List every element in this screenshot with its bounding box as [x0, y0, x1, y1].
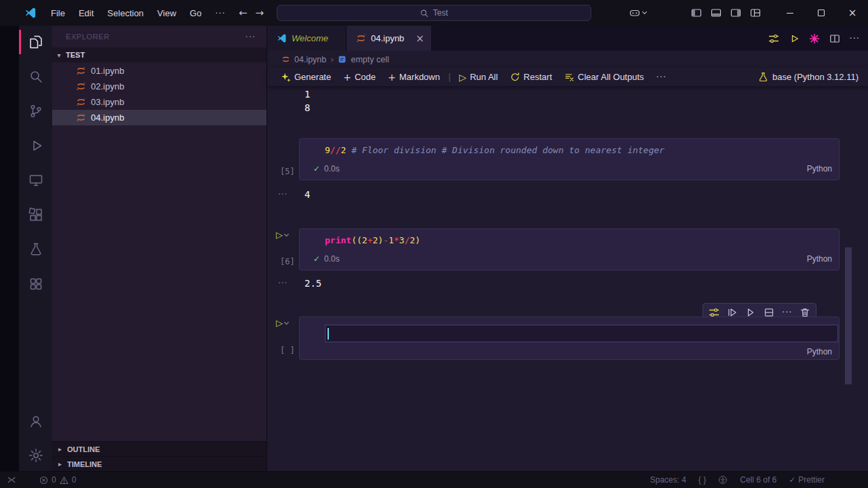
check-icon: ✓: [789, 475, 795, 485]
run-icon[interactable]: [789, 33, 800, 44]
toggle-secondary-sidebar-icon[interactable]: [730, 7, 741, 18]
output-menu-icon[interactable]: ···: [278, 188, 304, 201]
forward-button[interactable]: →: [256, 7, 264, 19]
menu-selection[interactable]: Selection: [101, 5, 149, 21]
extensions-icon: [28, 207, 44, 223]
jupyter-icon: [76, 66, 86, 76]
timeline-label: TIMELINE: [67, 460, 102, 468]
generate-button[interactable]: Generate: [274, 72, 337, 83]
jupyter-icon: [281, 55, 290, 64]
tab-label: 04.ipynb: [371, 33, 404, 43]
activitybar-testing[interactable]: [19, 239, 52, 260]
copilot-button[interactable]: [629, 7, 646, 18]
activitybar-settings[interactable]: [19, 445, 52, 466]
output-menu-icon[interactable]: ···: [278, 277, 304, 290]
activitybar-views-grid[interactable]: [19, 274, 52, 294]
success-check-icon: ✓: [313, 254, 320, 264]
menu-file[interactable]: File: [45, 5, 71, 21]
breadcrumb-file[interactable]: 04.ipynb: [294, 55, 326, 64]
generate-label: Generate: [294, 72, 331, 82]
back-button[interactable]: ←: [239, 7, 248, 19]
menu-go[interactable]: Go: [184, 5, 208, 21]
run-cell-button[interactable]: ▷: [276, 230, 288, 240]
restart-button[interactable]: Restart: [504, 72, 558, 82]
cell-position-indicator[interactable]: Cell 6 of 6: [740, 475, 776, 485]
cell-code[interactable]: 9//2 # Floor division # Division rounded…: [300, 139, 839, 159]
prettier-indicator[interactable]: ✓ Prettier: [789, 475, 825, 485]
toggle-panel-icon[interactable]: [711, 7, 722, 18]
activitybar-source-control[interactable]: [19, 101, 52, 121]
history-nav: ← →: [239, 7, 264, 19]
split-editor-icon[interactable]: [829, 33, 840, 44]
outline-pane-header[interactable]: ▸ OUTLINE: [52, 441, 267, 456]
scrolled-output: 1 8: [304, 87, 310, 115]
clear-all-outputs-button[interactable]: Clear All Outputs: [558, 72, 650, 82]
cell-code[interactable]: print((2+2)-1*3/2): [300, 229, 839, 249]
jupyter-icon: [356, 33, 366, 43]
activitybar-explorer[interactable]: [19, 32, 52, 52]
toggle-sidebar-icon[interactable]: [691, 7, 702, 18]
file-item-01[interactable]: 01.ipynb: [52, 63, 267, 79]
add-code-cell-button[interactable]: + Code: [337, 72, 382, 83]
run-cell-button[interactable]: ▷: [276, 318, 288, 328]
close-button[interactable]: ×: [837, 0, 868, 26]
tab-04-ipynb[interactable]: 04.ipynb ×: [347, 26, 432, 51]
activitybar-account[interactable]: [19, 411, 52, 431]
remote-indicator[interactable]: [0, 475, 16, 485]
editor-group: Welcome 04.ipynb × ··· 04.ipynb: [267, 26, 868, 471]
empty-code-cell[interactable]: Python: [299, 317, 840, 360]
file-item-04-selected[interactable]: 04.ipynb: [52, 110, 267, 125]
outline-label: OUTLINE: [67, 445, 100, 453]
activitybar-run-debug[interactable]: [19, 136, 52, 156]
notebook-settings-icon[interactable]: [768, 33, 779, 44]
menu-bar: File Edit Selection View Go ···: [45, 5, 232, 21]
toolbar-more-icon[interactable]: ···: [650, 72, 673, 82]
tab-close-icon[interactable]: ×: [416, 33, 425, 45]
file-item-02[interactable]: 02.ipynb: [52, 79, 267, 94]
add-markdown-cell-button[interactable]: + Markdown: [382, 72, 446, 83]
tab-welcome[interactable]: Welcome: [267, 26, 347, 51]
notebook-body: 1 8 9//2 # Floor division # Division rou…: [267, 86, 868, 471]
warning-icon: [60, 476, 68, 485]
menu-view[interactable]: View: [151, 5, 182, 21]
timeline-pane-header[interactable]: ▸ TIMELINE: [52, 456, 267, 471]
code-cell-5[interactable]: 9//2 # Floor division # Division rounded…: [299, 138, 840, 180]
customize-layout-icon[interactable]: [750, 7, 761, 18]
statusbar-right: Spaces: 4 { } Cell 6 of 6 ✓ Prettier: [650, 475, 868, 485]
cell-language[interactable]: Python: [807, 164, 832, 174]
breadcrumb-cell[interactable]: empty cell: [351, 55, 389, 64]
menu-edit[interactable]: Edit: [73, 5, 100, 21]
more-actions-icon[interactable]: ···: [850, 33, 860, 43]
execution-count: [6]: [280, 257, 295, 266]
problems-indicator[interactable]: 0 0: [39, 475, 76, 485]
markdown-label: Markdown: [399, 72, 440, 82]
braces-indicator[interactable]: { }: [698, 475, 706, 485]
minimize-button[interactable]: [774, 0, 806, 26]
folder-section-test[interactable]: ▾ TEST: [52, 47, 267, 62]
activitybar-remote-explorer[interactable]: [19, 170, 52, 190]
titlebar-controls: ×: [629, 0, 868, 26]
editor-scrollbar[interactable]: [845, 247, 852, 384]
interactive-window-icon[interactable]: [809, 33, 820, 44]
sidebar-more-icon[interactable]: ···: [245, 32, 256, 42]
kernel-picker[interactable]: base (Python 3.12.11): [758, 72, 868, 82]
spaces-indicator[interactable]: Spaces: 4: [650, 475, 686, 485]
chevron-down-icon: ▾: [54, 52, 64, 59]
menu-more-icon[interactable]: ···: [209, 5, 231, 21]
explorer-sidebar: EXPLORER ··· ▾ TEST 01.ipynb 02.ipynb 03: [52, 26, 267, 471]
more-actions-icon[interactable]: ···: [782, 307, 792, 317]
activitybar-extensions[interactable]: [19, 205, 52, 225]
cell-symbol-icon: [338, 55, 347, 64]
editor-actions: ···: [768, 26, 868, 51]
cell-language[interactable]: Python: [807, 254, 832, 264]
code-cell-6[interactable]: print((2+2)-1*3/2) ✓ 0.0s Python: [299, 228, 840, 270]
activitybar-search[interactable]: [19, 66, 52, 87]
file-item-03[interactable]: 03.ipynb: [52, 94, 267, 110]
cell-editor-input[interactable]: [325, 325, 838, 342]
run-all-button[interactable]: ▷ Run All: [453, 72, 504, 83]
cell-language[interactable]: Python: [807, 347, 832, 357]
command-center[interactable]: Test: [277, 5, 591, 21]
chevron-down-icon: [284, 231, 289, 236]
maximize-button[interactable]: [806, 0, 837, 26]
accessibility-icon[interactable]: [718, 475, 728, 485]
